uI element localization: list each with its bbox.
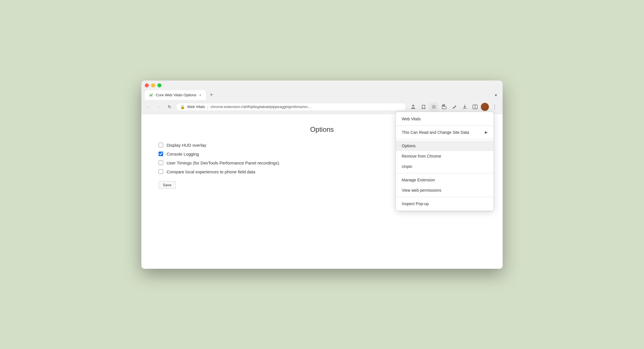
submenu-chevron-icon: ▶ bbox=[485, 130, 488, 134]
browser-window: Core Web Vitals Options × + ▾ ← → ↻ 🔒 We… bbox=[141, 81, 503, 269]
menu-item-options-label: Options bbox=[402, 144, 488, 148]
split-view-icon bbox=[473, 105, 478, 109]
address-url: chrome-extension://ahfhijdlegdabablpippe… bbox=[210, 105, 402, 109]
console-logging-label: Console Logging bbox=[167, 152, 199, 156]
download-button[interactable] bbox=[460, 102, 469, 111]
address-separator: | bbox=[207, 105, 208, 109]
split-view-button[interactable] bbox=[471, 102, 480, 111]
address-bar[interactable]: 🔒 Web Vitals | chrome-extension://ahfhij… bbox=[176, 103, 406, 111]
display-hud-label: Display HUD overlay bbox=[167, 143, 206, 148]
bookmark-button[interactable] bbox=[419, 102, 428, 111]
menu-item-manage-extension[interactable]: Manage Extension bbox=[396, 175, 493, 185]
menu-item-manage-extension-label: Manage Extension bbox=[402, 178, 488, 182]
menu-item-view-web-permissions[interactable]: View web permissions bbox=[396, 185, 493, 195]
menu-item-unpin[interactable]: Unpin bbox=[396, 161, 493, 172]
forward-button[interactable]: → bbox=[155, 103, 163, 111]
extensions-button[interactable] bbox=[440, 102, 449, 111]
more-icon: ⋮ bbox=[492, 104, 497, 110]
menu-divider-1 bbox=[396, 126, 493, 126]
toolbar-actions: ⋮ bbox=[409, 102, 499, 111]
display-hud-checkbox[interactable] bbox=[159, 143, 163, 147]
bookmark-icon bbox=[421, 105, 426, 109]
lock-icon: 🔒 bbox=[180, 105, 185, 109]
menu-item-inspect-popup[interactable]: Inspect Pop-up bbox=[396, 199, 493, 209]
svg-rect-3 bbox=[442, 106, 446, 109]
compare-local-checkbox[interactable] bbox=[159, 169, 163, 174]
pin-icon bbox=[452, 105, 457, 109]
minimize-button[interactable] bbox=[151, 83, 155, 87]
context-menu: Web Vitals This Can Read and Change Site… bbox=[396, 112, 493, 211]
menu-item-inspect-popup-label: Inspect Pop-up bbox=[402, 201, 488, 206]
user-timings-label: User Timings (for DevTools Performance P… bbox=[167, 160, 280, 165]
profile-button[interactable] bbox=[481, 103, 489, 111]
title-bar: Core Web Vitals Options × + ▾ bbox=[141, 81, 503, 100]
traffic-lights bbox=[145, 83, 499, 87]
menu-item-view-web-permissions-label: View web permissions bbox=[402, 188, 488, 193]
share-icon bbox=[411, 105, 415, 109]
menu-item-options[interactable]: Options bbox=[396, 141, 493, 151]
menu-divider-2 bbox=[396, 139, 493, 139]
menu-item-web-vitals-label: Web Vitals bbox=[402, 117, 488, 121]
pin-button[interactable] bbox=[450, 102, 459, 111]
active-tab[interactable]: Core Web Vitals Options × bbox=[145, 90, 206, 100]
console-logging-checkbox[interactable] bbox=[159, 152, 163, 156]
extensions-icon bbox=[442, 104, 447, 109]
avatar bbox=[481, 103, 489, 111]
extension-active-icon bbox=[431, 104, 436, 109]
tabs-row: Core Web Vitals Options × + ▾ bbox=[145, 90, 499, 100]
save-button[interactable]: Save bbox=[159, 181, 176, 189]
download-icon bbox=[462, 105, 467, 109]
menu-item-read-change-site[interactable]: This Can Read and Change Site Data ▶ bbox=[396, 127, 493, 138]
maximize-button[interactable] bbox=[157, 83, 161, 87]
menu-item-unpin-label: Unpin bbox=[402, 164, 488, 169]
tab-close-button[interactable]: × bbox=[199, 93, 202, 98]
more-button[interactable]: ⋮ bbox=[490, 102, 499, 111]
menu-item-remove-from-chrome[interactable]: Remove from Chrome bbox=[396, 151, 493, 161]
tab-title: Core Web Vitals Options bbox=[156, 93, 196, 97]
extension-active-button[interactable] bbox=[429, 102, 438, 111]
site-name: Web Vitals bbox=[187, 105, 205, 109]
user-timings-checkbox[interactable] bbox=[159, 160, 163, 165]
menu-item-read-change-site-label: This Can Read and Change Site Data bbox=[402, 130, 485, 135]
menu-divider-4 bbox=[396, 197, 493, 197]
back-button[interactable]: ← bbox=[145, 103, 153, 111]
tab-list-chevron[interactable]: ▾ bbox=[493, 92, 499, 99]
share-button[interactable] bbox=[409, 102, 418, 111]
tab-favicon bbox=[149, 93, 153, 97]
refresh-button[interactable]: ↻ bbox=[165, 103, 173, 111]
svg-rect-2 bbox=[432, 105, 436, 109]
close-button[interactable] bbox=[145, 83, 149, 87]
menu-item-web-vitals[interactable]: Web Vitals bbox=[396, 114, 493, 124]
new-tab-button[interactable]: + bbox=[207, 91, 216, 99]
menu-divider-3 bbox=[396, 173, 493, 173]
compare-local-label: Compare local experiences to phone field… bbox=[167, 169, 255, 174]
menu-item-remove-from-chrome-label: Remove from Chrome bbox=[402, 154, 488, 158]
